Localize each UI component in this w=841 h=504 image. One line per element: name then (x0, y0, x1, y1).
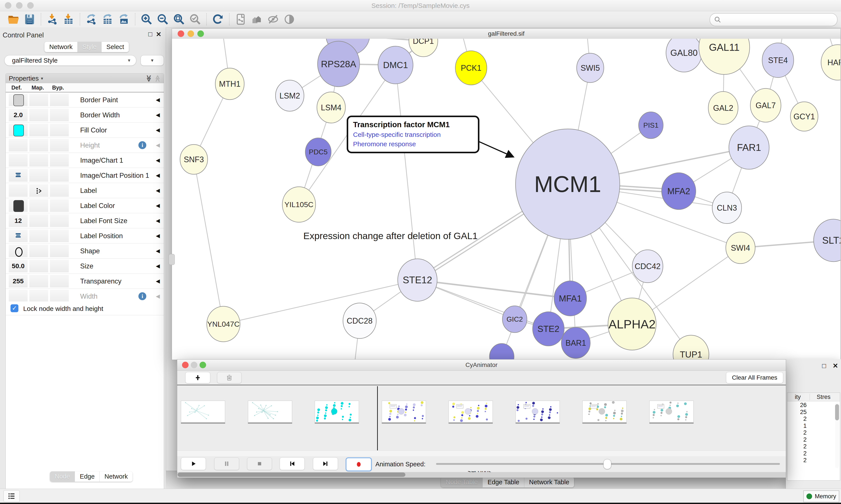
property-row-transparency[interactable]: 255Transparency◀ (6, 274, 164, 289)
cyanimator-timeline[interactable]: 0123456789 Seconds (177, 385, 786, 450)
network-node-GAL2[interactable]: GAL2 (708, 91, 738, 124)
network-node-MTH1[interactable]: MTH1 (215, 68, 244, 100)
mapping-cell[interactable] (29, 154, 48, 167)
zoom-in-button[interactable] (140, 13, 153, 26)
expand-property-icon[interactable]: ◀ (156, 202, 160, 209)
tab-edge[interactable]: Edge (75, 471, 100, 482)
search-field[interactable] (710, 13, 838, 26)
export-image-button[interactable] (117, 13, 130, 26)
bypass-cell[interactable] (50, 184, 69, 197)
animation-speed-handle[interactable] (603, 459, 611, 469)
mapping-cell[interactable] (29, 124, 48, 137)
network-node-YIL105C[interactable]: YIL105C (282, 187, 316, 222)
expand-property-icon[interactable]: ◀ (156, 278, 160, 284)
annotation-link-2[interactable]: Pheromone response (353, 140, 476, 148)
mapping-cell[interactable] (29, 139, 48, 151)
tab-network-table[interactable]: Network Table (524, 477, 574, 487)
expand-property-icon[interactable]: ◀ (156, 293, 160, 299)
default-cell[interactable] (9, 199, 28, 212)
style-selector-dropdown[interactable]: galFiltered Style ▾ (4, 55, 136, 66)
timeline-scroll-strip[interactable] (177, 450, 786, 456)
expand-property-icon[interactable]: ◀ (156, 142, 160, 148)
expand-property-icon[interactable]: ◀ (156, 112, 160, 118)
default-cell[interactable] (9, 154, 28, 167)
cyanimator-titlebar[interactable]: CyAnimator (177, 360, 786, 371)
expand-property-icon[interactable]: ◀ (156, 263, 160, 269)
property-row-image-chart-1[interactable]: Image/Chart 1◀ (6, 153, 164, 168)
bypass-cell[interactable] (50, 214, 69, 227)
table-row[interactable]: 25 (787, 409, 840, 416)
import-table-button[interactable] (62, 13, 75, 26)
info-icon[interactable]: i (139, 141, 146, 149)
memory-button[interactable]: Memory (803, 490, 839, 502)
mapping-cell[interactable] (29, 169, 48, 182)
mapping-cell[interactable] (29, 214, 48, 227)
refresh-button[interactable] (211, 13, 225, 26)
network-node-MFA2[interactable]: MFA2 (662, 173, 696, 210)
table-row[interactable]: 2 (787, 450, 840, 457)
network-node-GAL7[interactable]: GAL7 (750, 88, 781, 122)
hide-button[interactable] (266, 13, 280, 26)
network-node-STE4[interactable]: STE4 (762, 43, 794, 77)
open-button[interactable] (6, 13, 20, 26)
network-node-SLT2[interactable]: SLT2 (813, 219, 840, 262)
close-panel-icon[interactable]: ✕ (833, 362, 838, 370)
style-options-button[interactable]: ▾ (141, 55, 164, 66)
clear-all-frames-button[interactable]: Clear All Frames (726, 372, 783, 383)
network-node-YNL047C[interactable]: YNL047C (207, 306, 240, 342)
network-node-HAP2[interactable]: HAP2 (821, 45, 840, 80)
expand-property-icon[interactable]: ◀ (156, 157, 160, 163)
default-value-swatch[interactable] (13, 125, 24, 137)
record-button[interactable] (345, 457, 372, 471)
default-cell[interactable]: 255 (9, 275, 28, 287)
bypass-cell[interactable] (50, 199, 69, 212)
mapping-cell[interactable] (29, 275, 48, 287)
nested-networks-button[interactable] (250, 13, 264, 26)
skip-to-start-button[interactable] (280, 457, 305, 470)
property-row-label-color[interactable]: Label Color◀ (6, 198, 164, 213)
table-scrollbar-thumb[interactable] (835, 404, 839, 420)
frame-thumbnail-6[interactable] (583, 401, 627, 422)
table-row[interactable]: 2 (787, 415, 840, 422)
cyanimator-hscrollbar[interactable] (177, 472, 786, 477)
default-cell[interactable]: 12 (9, 214, 28, 227)
expand-property-icon[interactable]: ◀ (156, 127, 160, 133)
table-row[interactable]: 1 (787, 422, 840, 429)
network-edge[interactable] (223, 280, 417, 324)
frame-thumbnail-7[interactable] (649, 401, 694, 422)
property-row-size[interactable]: 50.0Size◀ (6, 258, 164, 274)
default-cell[interactable] (9, 124, 28, 137)
network-node-RPS28A[interactable]: RPS28A (318, 41, 360, 87)
tab-edge-table[interactable]: Edge Table (483, 477, 524, 487)
default-cell[interactable] (9, 139, 28, 151)
column-stress[interactable]: Stres (817, 394, 830, 400)
network-node-GIC2[interactable]: GIC2 (502, 306, 527, 332)
properties-header[interactable]: Properties ▾ ≫ ≫ (6, 74, 164, 84)
bypass-cell[interactable] (50, 109, 69, 121)
float-panel-icon[interactable]: □ (148, 31, 152, 38)
network-node-ALPHA2[interactable]: ALPHA2 (608, 298, 656, 350)
expand-property-icon[interactable]: ◀ (156, 248, 160, 254)
network-node-SWI5[interactable]: SWI5 (577, 53, 604, 83)
default-value-swatch[interactable] (13, 200, 24, 212)
tab-network[interactable]: Network (44, 42, 77, 52)
skip-to-end-button[interactable] (313, 457, 338, 470)
export-network-button[interactable] (85, 13, 98, 26)
table-row[interactable]: 2 (787, 429, 840, 436)
default-cell[interactable] (9, 230, 28, 242)
mapping-cell[interactable] (29, 199, 48, 212)
network-node-STE2[interactable]: STE2 (533, 312, 564, 346)
zoom-out-button[interactable] (156, 13, 169, 26)
add-frame-button[interactable] (185, 372, 210, 383)
expand-property-icon[interactable]: ◀ (156, 187, 160, 194)
property-row-fill-color[interactable]: Fill Color◀ (6, 123, 164, 138)
tab-network-bottom[interactable]: Network (100, 471, 132, 482)
default-value-icon[interactable] (15, 247, 23, 258)
mapping-cell[interactable] (29, 109, 48, 121)
mapping-cell[interactable] (29, 230, 48, 242)
search-input[interactable] (723, 16, 833, 23)
pause-button[interactable] (214, 457, 239, 470)
network-node-STE12[interactable]: STE12 (398, 259, 437, 301)
network-canvas[interactable]: DCP1RPS28ADMC1PCK1SWI5GAL80GAL11STE4HAP2… (172, 39, 840, 360)
bypass-cell[interactable] (50, 169, 69, 182)
